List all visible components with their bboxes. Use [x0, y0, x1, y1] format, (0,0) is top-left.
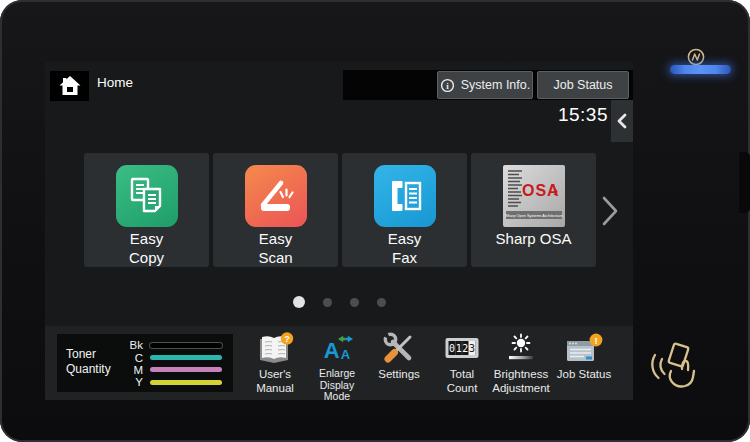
- toner-bar-y: [150, 380, 222, 385]
- tile-easy-scan[interactable]: Easy Scan: [213, 153, 338, 267]
- page-dot: [377, 298, 386, 307]
- chevron-right-icon: [601, 195, 619, 227]
- control-panel-bezel: Home i System Info. Job Status 15:35: [0, 0, 750, 442]
- job-status-quick-button[interactable]: ! Job Status: [543, 326, 625, 382]
- home-tile-grid: Easy Copy Easy Scan: [84, 153, 596, 267]
- toner-row-m: M: [115, 364, 222, 376]
- toner-bar-c: [150, 355, 222, 360]
- tile-easy-fax[interactable]: Easy Fax: [342, 153, 467, 267]
- enlarge-display-icon: AA: [324, 335, 350, 361]
- easy-copy-icon: [116, 165, 178, 227]
- svg-text:Sharp Open Systems Architectur: Sharp Open Systems Architecture: [505, 214, 562, 218]
- job-status-window-icon: !: [565, 333, 603, 364]
- svg-text:3: 3: [469, 343, 475, 354]
- tile-easy-copy[interactable]: Easy Copy: [84, 153, 209, 267]
- page-dot: [350, 298, 359, 307]
- toner-row-bk: Bk: [115, 339, 222, 351]
- easy-scan-icon: [245, 165, 307, 227]
- chevron-left-icon: [617, 113, 627, 129]
- svg-text:1: 1: [456, 343, 462, 354]
- info-icon: i: [440, 78, 455, 93]
- power-save-indicator-icon: [686, 47, 706, 67]
- tile-label: Easy Fax: [388, 229, 421, 267]
- svg-text:i: i: [446, 80, 449, 90]
- tile-sharp-osa[interactable]: OSA › Sharp Open Systems Architecture Sh…: [471, 153, 596, 267]
- toner-row-c: C: [115, 351, 222, 363]
- toner-rows: Bk C M Y: [115, 339, 222, 389]
- users-manual-icon: ?: [256, 332, 294, 364]
- tile-label: Easy Copy: [129, 229, 164, 267]
- nfc-touch-area-icon[interactable]: [650, 334, 704, 396]
- toner-quantity-title: Toner Quantity: [66, 347, 111, 377]
- job-status-label: Job Status: [553, 78, 612, 92]
- sharp-osa-icon: OSA › Sharp Open Systems Architecture: [503, 165, 565, 227]
- toner-quantity-panel: Toner Quantity Bk C M: [57, 334, 233, 392]
- toner-row-y: Y: [115, 376, 222, 388]
- total-count-counter-icon: 0 1 2 3: [444, 336, 480, 360]
- system-info-button[interactable]: i System Info.: [437, 71, 533, 99]
- job-status-quick-label: Job Status: [543, 368, 625, 382]
- quick-action-bar: Toner Quantity Bk C M: [45, 326, 633, 400]
- page-indicator[interactable]: [45, 296, 633, 308]
- toner-bar-bk: [150, 343, 222, 348]
- touchscreen: Home i System Info. Job Status 15:35: [45, 62, 633, 400]
- page-dot-active: [293, 296, 305, 308]
- carousel-next-button[interactable]: [597, 193, 623, 229]
- panel-photo: Home i System Info. Job Status 15:35: [0, 0, 750, 442]
- system-info-label: System Info.: [461, 78, 530, 92]
- svg-text:0: 0: [449, 343, 455, 354]
- easy-fax-icon: [374, 165, 436, 227]
- svg-text:!: !: [594, 334, 597, 345]
- collapse-panel-tab[interactable]: [611, 100, 633, 142]
- home-icon: [57, 74, 83, 98]
- settings-tools-icon: [382, 331, 416, 365]
- job-status-button[interactable]: Job Status: [537, 71, 629, 99]
- svg-text:?: ?: [284, 334, 290, 344]
- home-button[interactable]: [50, 71, 89, 101]
- tile-label: Easy Scan: [258, 229, 292, 267]
- brightness-sun-icon: [503, 333, 539, 363]
- svg-text:›: ›: [553, 182, 558, 199]
- svg-text:2: 2: [462, 343, 468, 354]
- status-led: [670, 65, 731, 74]
- clock: 15:35: [508, 104, 608, 126]
- page-title: Home: [97, 75, 133, 90]
- page-dot: [323, 298, 332, 307]
- tile-label: Sharp OSA: [496, 229, 572, 248]
- toner-bar-m: [150, 367, 222, 372]
- bezel-side-tab: [739, 152, 750, 213]
- resize-arrows-icon: [337, 335, 354, 343]
